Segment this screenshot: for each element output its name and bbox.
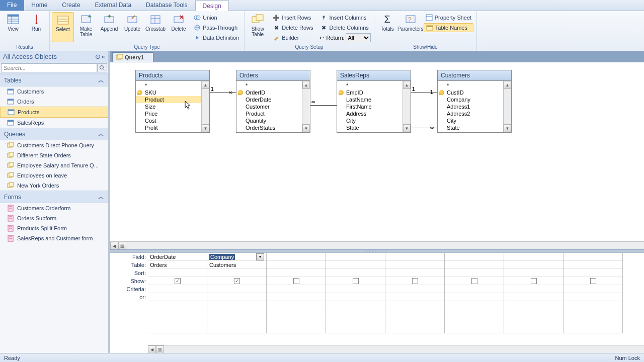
criteria-cell[interactable] xyxy=(564,285,622,293)
field-cell[interactable]: OrderDate xyxy=(148,253,207,261)
criteria-cell[interactable] xyxy=(207,301,266,309)
field-row[interactable]: OrderID xyxy=(236,89,302,96)
criteria-cell[interactable] xyxy=(504,285,563,293)
tab-external-data[interactable]: External Data xyxy=(88,0,139,11)
criteria-cell[interactable] xyxy=(385,325,444,333)
criteria-cell[interactable] xyxy=(148,285,207,293)
table-cell[interactable]: Customers xyxy=(207,261,266,269)
parameters-button[interactable]: ?Parameters xyxy=(399,12,422,42)
data-definition-button[interactable]: Data Definition xyxy=(192,33,241,42)
show-cell[interactable]: ✓ xyxy=(148,277,207,285)
grid-column[interactable] xyxy=(267,253,326,333)
criteria-cell[interactable] xyxy=(445,301,504,309)
criteria-cell[interactable] xyxy=(267,293,326,301)
field-cell[interactable] xyxy=(326,253,385,261)
criteria-cell[interactable] xyxy=(326,293,385,301)
tab-design[interactable]: Design xyxy=(195,1,229,11)
table-box-orders[interactable]: Orders*OrderIDOrderDateCustomerProductQu… xyxy=(236,70,310,133)
table-cell[interactable] xyxy=(504,261,563,269)
field-row[interactable]: Size xyxy=(136,103,201,110)
scrollbar[interactable]: ▲▼ xyxy=(503,81,511,132)
table-box-products[interactable]: Products*SKUProductSizePriceCostProfit▲▼ xyxy=(135,70,210,133)
criteria-cell[interactable] xyxy=(504,325,563,333)
criteria-cell[interactable] xyxy=(504,309,563,317)
field-row[interactable]: OrderDate xyxy=(236,96,302,103)
field-row[interactable]: Company xyxy=(438,96,503,103)
append-button[interactable]: Append xyxy=(98,12,120,42)
criteria-cell[interactable] xyxy=(445,325,504,333)
table-cell[interactable] xyxy=(564,261,622,269)
criteria-cell[interactable] xyxy=(445,317,504,325)
sort-cell[interactable] xyxy=(148,269,207,277)
field-row[interactable]: Customer xyxy=(236,103,302,110)
dropdown-icon[interactable]: ▾ xyxy=(256,253,264,260)
show-table-button[interactable]: Show Table xyxy=(247,12,269,42)
delete-button[interactable]: Delete xyxy=(168,12,190,42)
criteria-cell[interactable] xyxy=(148,317,207,325)
grid-column[interactable] xyxy=(564,253,623,333)
sort-cell[interactable] xyxy=(564,269,622,277)
criteria-cell[interactable] xyxy=(385,293,444,301)
criteria-cell[interactable] xyxy=(564,325,622,333)
tab-file[interactable]: File xyxy=(0,0,24,11)
hscroll-left[interactable]: ◀ xyxy=(110,242,118,250)
nav-item[interactable]: SalesReps and Customer form xyxy=(0,233,108,243)
nav-item[interactable]: New York Orders xyxy=(0,180,108,191)
criteria-cell[interactable] xyxy=(326,309,385,317)
criteria-cell[interactable] xyxy=(326,301,385,309)
criteria-cell[interactable] xyxy=(564,293,622,301)
criteria-cell[interactable] xyxy=(267,317,326,325)
table-cell[interactable] xyxy=(445,261,504,269)
grid-column[interactable] xyxy=(504,253,564,333)
field-row[interactable]: State xyxy=(438,124,503,131)
nav-item[interactable]: Products Spilit Form xyxy=(0,223,108,233)
field-row[interactable]: Price xyxy=(136,110,201,117)
sort-cell[interactable] xyxy=(445,269,504,277)
show-cell[interactable] xyxy=(564,277,622,285)
checkbox[interactable]: ✓ xyxy=(234,278,240,284)
field-row[interactable]: EmpID xyxy=(337,89,403,96)
tab-create[interactable]: Create xyxy=(55,0,88,11)
field-row[interactable]: City xyxy=(337,117,403,124)
query-tab[interactable]: Query1 xyxy=(112,52,153,62)
nav-item[interactable]: SalesReps xyxy=(0,118,108,128)
sort-cell[interactable] xyxy=(267,269,326,277)
field-row[interactable]: SKU xyxy=(136,89,201,96)
field-row[interactable]: City xyxy=(438,117,503,124)
union-button[interactable]: Union xyxy=(192,13,241,22)
sort-cell[interactable] xyxy=(504,269,563,277)
table-cell[interactable] xyxy=(326,261,385,269)
criteria-cell[interactable] xyxy=(148,309,207,317)
field-cell[interactable] xyxy=(564,253,622,261)
nav-collapse-icon[interactable]: « xyxy=(102,53,105,60)
checkbox[interactable]: ✓ xyxy=(175,278,181,284)
insert-columns-button[interactable]: ↟Insert Columns xyxy=(318,13,371,22)
criteria-cell[interactable] xyxy=(207,285,266,293)
show-cell[interactable] xyxy=(326,277,385,285)
criteria-cell[interactable] xyxy=(148,325,207,333)
table-cell[interactable] xyxy=(385,261,444,269)
delete-rows-button[interactable]: ✖Delete Rows xyxy=(271,23,315,32)
insert-rows-button[interactable]: ➕Insert Rows xyxy=(271,13,315,22)
checkbox[interactable] xyxy=(471,278,477,284)
field-cell[interactable] xyxy=(445,253,504,261)
nav-item[interactable]: Customers Orderform xyxy=(0,203,108,213)
grid-column[interactable]: OrderDateOrders✓ xyxy=(148,253,207,333)
grid-hscroll-thumb[interactable]: ▥ xyxy=(156,345,164,353)
section-forms[interactable]: Forms︽ xyxy=(0,191,108,203)
hscroll-thumb[interactable]: ▥ xyxy=(118,242,126,250)
field-row[interactable]: OrderStatus xyxy=(236,124,302,131)
section-queries[interactable]: Queries︽ xyxy=(0,128,108,140)
criteria-cell[interactable] xyxy=(564,301,622,309)
sort-cell[interactable] xyxy=(385,269,444,277)
show-cell[interactable] xyxy=(504,277,563,285)
totals-button[interactable]: ΣTotals xyxy=(376,12,398,42)
nav-item[interactable]: Orders Subform xyxy=(0,213,108,223)
show-cell[interactable] xyxy=(267,277,326,285)
field-row[interactable]: Product xyxy=(236,110,302,117)
criteria-cell[interactable] xyxy=(385,309,444,317)
field-row[interactable]: * xyxy=(337,82,403,89)
field-cell[interactable]: Company▾ xyxy=(207,253,266,261)
make-table-button[interactable]: +Make Table xyxy=(75,12,97,42)
scrollbar[interactable]: ▲▼ xyxy=(201,81,209,132)
